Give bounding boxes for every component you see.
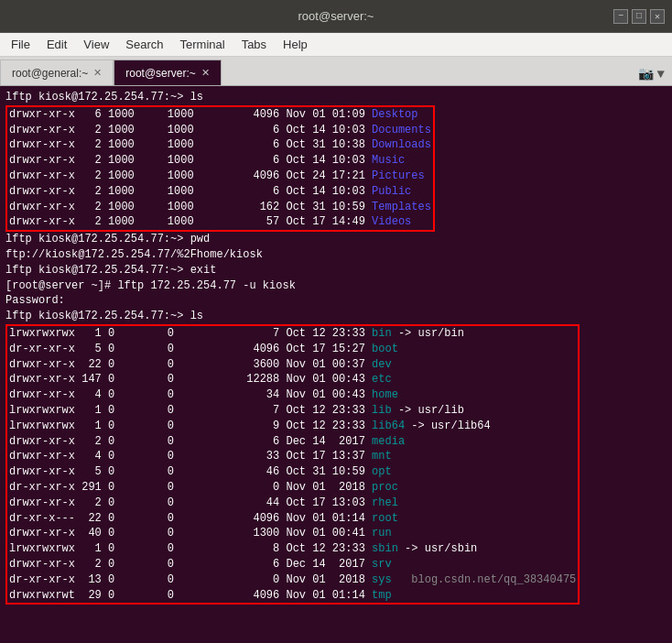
terminal-line: drwxr-xr-x 147 0 0 12288 Nov 01 00:43 et… [9,372,576,387]
terminal-line: drwxr-xr-x 2 1000 1000 4096 Oct 24 17:21… [9,169,431,184]
terminal-line: drwxr-xr-x 5 0 0 46 Oct 31 10:59 opt [9,464,576,480]
terminal-line: lrwxrwxrwx 1 0 0 8 Oct 12 23:33 sbin -> … [9,541,576,557]
terminal-line: lftp kiosk@172.25.254.77:~> ls [5,90,667,105]
terminal-line: drwxr-xr-x 2 1000 1000 6 Oct 14 10:03 Mu… [9,153,431,169]
menubar-item-help[interactable]: Help [276,36,315,53]
menubar-item-edit[interactable]: Edit [39,36,74,53]
tab-close-icon[interactable]: ✕ [201,67,210,79]
terminal-line: drwxr-xr-x 4 0 0 33 Oct 17 13:37 mnt [9,449,576,464]
new-tab-icon[interactable]: 📷 [638,66,654,82]
terminal-line: drwxr-xr-x 40 0 0 1300 Nov 01 00:41 run [9,526,576,541]
menubar-item-terminal[interactable]: Terminal [173,36,233,53]
box2: lrwxrwxrwx 1 0 0 7 Oct 12 23:33 bin -> u… [5,324,580,605]
terminal-line: drwxr-xr-x 2 1000 1000 6 Oct 14 10:03 Pu… [9,184,431,200]
terminal-line: drwxr-xr-x 2 1000 1000 57 Oct 17 14:49 V… [9,214,431,230]
terminal-line: drwxr-xr-x 2 1000 1000 6 Oct 31 10:38 Do… [9,137,431,153]
terminal-line: dr-xr-xr-x 5 0 0 4096 Oct 17 15:27 boot [9,342,576,357]
tab-close-icon[interactable]: ✕ [93,67,102,79]
terminal-line: lrwxrwxrwx 1 0 0 7 Oct 12 23:33 bin -> u… [9,326,576,342]
dropdown-icon[interactable]: ▼ [657,67,665,82]
terminal-line: drwxr-xr-x 22 0 0 3600 Nov 01 00:37 dev [9,357,576,373]
menubar-item-file[interactable]: File [4,36,38,53]
menubar-item-view[interactable]: View [76,36,116,53]
terminal-line: drwxr-xr-x 2 0 0 44 Oct 17 13:03 rhel [9,496,576,511]
terminal-line: lftp kiosk@172.25.254.77:~> pwd [5,232,667,247]
terminal-line: dr-xr-x--- 22 0 0 4096 Nov 01 01:14 root [9,511,576,527]
terminal-line: drwxr-xr-x 4 0 0 34 Nov 01 00:43 home [9,387,576,403]
terminal-line: drwxr-xr-x 2 1000 1000 6 Oct 14 10:03 Do… [9,123,431,138]
tab-tab1[interactable]: root@general:~✕ [0,60,114,85]
window-title: root@server:~ [298,9,374,23]
terminal-line: drwxr-xr-x 6 1000 1000 4096 Nov 01 01:09… [9,107,431,123]
terminal-line: lftp kiosk@172.25.254.77:~> ls [5,309,667,324]
terminal-line: drwxr-xr-x 2 0 0 6 Dec 14 2017 srv [9,557,576,572]
tab-actions: 📷 ▼ [638,66,672,85]
terminal-line: dr-xr-xr-x 13 0 0 0 Nov 01 2018 sys blog… [9,572,576,588]
terminal-line: lrwxrwxrwx 1 0 0 7 Oct 12 23:33 lib -> u… [9,403,576,419]
terminal-line: ftp://kiosk@172.25.254.77/%2Fhome/kiosk [5,247,667,263]
menubar-item-search[interactable]: Search [118,36,170,53]
terminal-line: drwxr-xr-x 2 1000 1000 162 Oct 31 10:59 … [9,200,431,215]
close-button[interactable]: ✕ [650,9,665,24]
box1: drwxr-xr-x 6 1000 1000 4096 Nov 01 01:09… [5,105,435,232]
tab-bar: root@general:~✕root@server:~✕ 📷 ▼ [0,57,672,86]
terminal-line: lftp kiosk@172.25.254.77:~> exit [5,263,667,278]
terminal-content: lftp kiosk@172.25.254.77:~> lsdrwxr-xr-x… [0,86,672,643]
terminal-line: drwxrwxrwt 29 0 0 4096 Nov 01 01:14 tmp [9,588,576,604]
terminal-line: lrwxrwxrwx 1 0 0 9 Oct 12 23:33 lib64 ->… [9,419,576,434]
terminal-line: dr-xr-xr-x 291 0 0 0 Nov 01 2018 proc [9,480,576,496]
menubar-item-tabs[interactable]: Tabs [234,36,274,53]
tab-tab2[interactable]: root@server:~✕ [114,60,222,85]
terminal-line: Password: [5,293,667,309]
title-bar: root@server:~ − □ ✕ [0,0,672,33]
maximize-button[interactable]: □ [632,9,646,24]
minimize-button[interactable]: − [613,9,628,24]
terminal-line: [root@server ~]# lftp 172.25.254.77 -u k… [5,278,667,294]
menubar: FileEditViewSearchTerminalTabsHelp [0,33,672,57]
terminal-line: drwxr-xr-x 2 0 0 6 Dec 14 2017 media [9,434,576,450]
